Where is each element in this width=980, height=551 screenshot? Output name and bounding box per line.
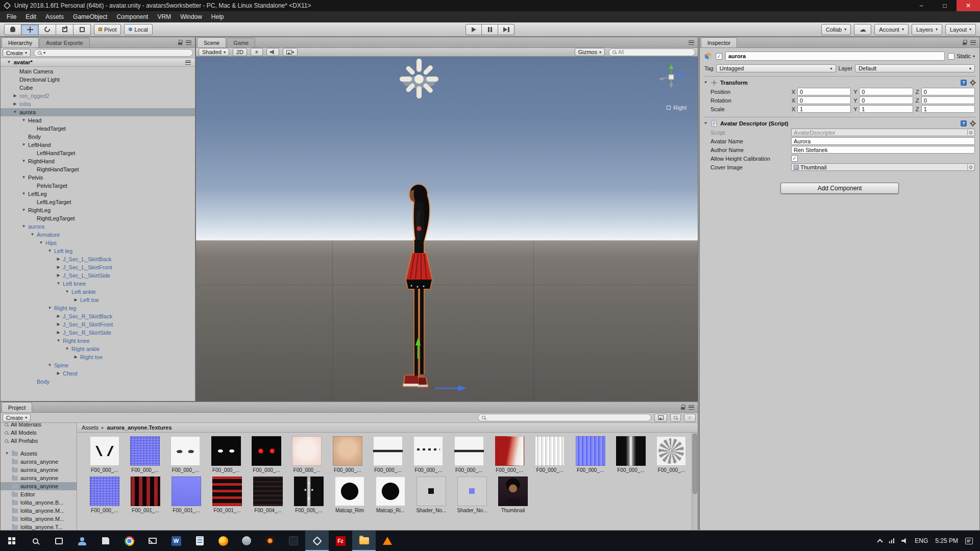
menu-vrm[interactable]: VRM (153, 11, 176, 22)
transform-header[interactable]: Transform ? (703, 78, 976, 87)
chrome-app[interactable] (117, 531, 141, 551)
texture-f00-000[interactable]: F00_000_... (408, 436, 449, 473)
close-button[interactable]: ✕ (957, 0, 980, 11)
hierarchy-item-righthand[interactable]: RightHand (1, 157, 195, 165)
panel-menu-icon[interactable] (689, 40, 694, 45)
lock-icon[interactable] (963, 40, 967, 45)
texture-f00-000[interactable]: F00_000_... (287, 436, 327, 473)
foldout-icon[interactable] (56, 263, 61, 271)
folder-aurora-anyone[interactable]: aurora_anyone (1, 458, 77, 466)
language-indicator[interactable]: ENG (915, 537, 928, 544)
static-checkbox[interactable] (948, 53, 954, 60)
word-app[interactable]: W (164, 531, 188, 551)
collab-dropdown[interactable]: Collab▾ (821, 24, 851, 35)
hierarchy-item-directional-light[interactable]: Directional Light (1, 76, 195, 84)
hierarchy-item-rightleg[interactable]: RightLeg (1, 206, 195, 214)
transform-scale-y-field[interactable]: 1 (859, 105, 913, 113)
transform-position-x-field[interactable]: 0 (797, 88, 851, 95)
help-icon[interactable]: ? (961, 120, 967, 127)
foldout-icon[interactable] (74, 296, 78, 304)
view-orientation-label[interactable]: Right (667, 105, 687, 111)
layers-dropdown[interactable]: Layers▾ (912, 24, 942, 35)
foldout-icon[interactable] (5, 449, 9, 458)
play-button[interactable] (465, 24, 482, 35)
hierarchy-item-right-leg[interactable]: Right leg (1, 304, 195, 312)
foldout-icon[interactable] (56, 271, 61, 280)
unity-app[interactable] (305, 531, 329, 551)
foldout-icon[interactable] (13, 100, 17, 108)
menu-edit[interactable]: Edit (21, 11, 41, 22)
hierarchy-item-rightlegtarget[interactable]: RightLegTarget (1, 214, 195, 222)
foldout-icon[interactable] (21, 190, 26, 198)
scene-viewport[interactable]: y z Right (196, 57, 698, 401)
foldout-icon[interactable] (21, 222, 26, 231)
object-picker-icon[interactable] (967, 164, 974, 170)
hierarchy-item-aurora[interactable]: aurora (1, 222, 195, 231)
favorite-all-materials[interactable]: All Materials (1, 423, 77, 429)
tab-inspector[interactable]: Inspector (701, 37, 737, 47)
transform-rotation-x-field[interactable]: 0 (797, 96, 851, 104)
help-icon[interactable]: ? (961, 80, 967, 86)
task-view-button[interactable] (47, 531, 70, 551)
hierarchy-item-j-sec-l-skirtside[interactable]: J_Sec_L_SkirtSide (1, 271, 195, 280)
hierarchy-tab-avatar-exporte[interactable]: Avatar Exporte (39, 38, 90, 47)
panel-menu-icon[interactable] (689, 405, 694, 410)
foldout-icon[interactable] (65, 345, 69, 353)
hierarchy-item-aurora[interactable]: aurora (1, 108, 195, 116)
foldout-icon[interactable] (21, 141, 26, 149)
texture-f00-005[interactable]: F00_005_... (288, 477, 329, 513)
hierarchy-item-left-toe[interactable]: Left toe (1, 296, 195, 304)
lock-icon[interactable] (178, 40, 182, 45)
texture-f00-000[interactable]: F00_000_... (610, 436, 651, 473)
texture-f00-000[interactable]: F00_000_... (84, 477, 125, 513)
hierarchy-item-pelvistarget[interactable]: PelvisTarget (1, 182, 195, 190)
network-icon[interactable] (889, 538, 895, 543)
hierarchy-item-hips[interactable]: Hips (1, 239, 195, 247)
layout-dropdown[interactable]: Layout▾ (945, 24, 976, 35)
axis-gizmo[interactable]: y z (655, 60, 688, 92)
scene-header-row[interactable]: avatar* (1, 58, 195, 67)
scene-search-input[interactable]: All (608, 48, 695, 56)
cover-image-object-field[interactable]: Thumbnail (791, 163, 975, 171)
texture-f00-000[interactable]: F00_000_... (368, 436, 408, 473)
menu-file[interactable]: File (2, 11, 21, 22)
hierarchy-item-lolita[interactable]: lolita (1, 100, 195, 108)
texture-thumbnail[interactable]: Thumbnail (493, 477, 533, 513)
folder-lolita-anyone-m[interactable]: lolita_anyone.M... (1, 515, 77, 523)
hierarchy-item-j-sec-l-skirtfront[interactable]: J_Sec_L_SkirtFront (1, 263, 195, 271)
audio-toggle-button[interactable] (266, 48, 279, 56)
texture-f00-000[interactable]: F00_000_... (530, 436, 570, 473)
panel-menu-icon[interactable] (185, 60, 191, 65)
notes-app[interactable] (188, 531, 211, 551)
texture-f00-001[interactable]: F00_001_... (125, 477, 166, 513)
move-tool-button[interactable] (21, 24, 39, 35)
foldout-icon[interactable] (21, 116, 26, 124)
texture-f00-004[interactable]: F00_004_... (248, 477, 288, 513)
folder-lolita-anyone-m[interactable]: lolita_anyone.M... (1, 507, 77, 515)
folder-editor[interactable]: Editor (1, 490, 77, 498)
hierarchy-item-right-toe[interactable]: Right toe (1, 353, 195, 361)
texture-shader-no[interactable]: Shader_No... (452, 477, 493, 513)
foldout-icon[interactable] (56, 320, 61, 329)
assets-root-folder[interactable]: Assets (1, 449, 77, 458)
foldout-icon[interactable] (13, 108, 17, 116)
gameobject-name-field[interactable]: aurora (725, 52, 945, 61)
menu-gameobject[interactable]: GameObject (68, 11, 112, 22)
folder-aurora-anyone[interactable]: aurora_anyone (1, 482, 77, 490)
scrollbar-thumb[interactable] (693, 434, 697, 494)
hierarchy-item-left-knee[interactable]: Left knee (1, 280, 195, 288)
hierarchy-item-main-camera[interactable]: Main Camera (1, 67, 195, 76)
panel-menu-icon[interactable] (970, 40, 976, 45)
foldout-icon[interactable] (47, 247, 52, 255)
notification-icon[interactable] (965, 538, 973, 544)
dark-app[interactable] (282, 531, 305, 551)
foldout-icon[interactable] (30, 231, 35, 239)
tab-project[interactable]: Project (2, 402, 32, 412)
local-toggle-button[interactable]: Local (124, 24, 152, 35)
hierarchy-item-right-knee[interactable]: Right knee (1, 337, 195, 345)
explorer-app[interactable] (352, 531, 376, 551)
project-create-button[interactable]: Create▾ (3, 414, 31, 422)
account-dropdown[interactable]: Account▾ (874, 24, 909, 35)
hand-tool-button[interactable] (4, 24, 21, 35)
project-scrollbar[interactable] (692, 433, 698, 530)
